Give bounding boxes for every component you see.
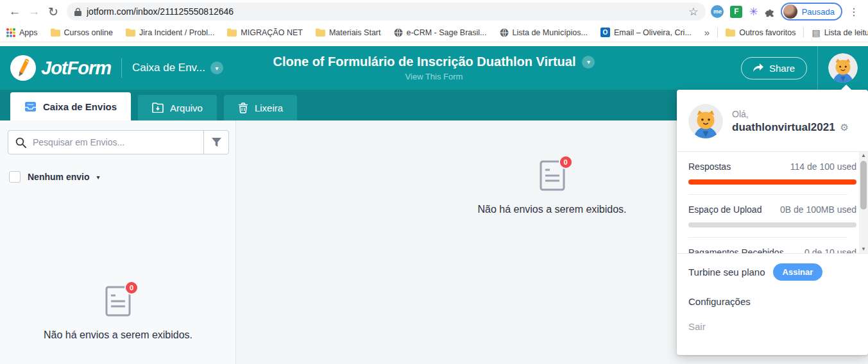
url-text[interactable]: jotform.com/inbox/211125550812646 <box>87 6 688 17</box>
bookmark-item[interactable]: O Email – Oliveira, Cri... <box>600 28 692 37</box>
archive-icon <box>152 103 164 113</box>
bookmark-item[interactable]: Cursos online <box>51 28 113 37</box>
gear-icon[interactable]: ⚙ <box>840 122 849 133</box>
bookmark-star-icon[interactable]: ☆ <box>688 5 698 19</box>
scroll-up-icon[interactable]: ▲ <box>859 152 868 160</box>
menu-item-logout[interactable]: Sair <box>677 314 868 339</box>
extension-flower-icon[interactable]: ✳ <box>749 6 758 17</box>
jotform-pencil-icon <box>10 55 36 81</box>
divider <box>121 58 122 78</box>
page-title: Clone of Formulário de Inscrição Duathlo… <box>273 54 576 69</box>
bookmarks-bar: Apps Cursos online Jira Incident / Probl… <box>0 23 868 42</box>
bookmark-other-favorites[interactable]: Outros favoritos <box>726 28 796 37</box>
address-bar[interactable]: jotform.com/inbox/211125550812646 ☆ <box>67 3 706 21</box>
sidebar-empty-state: 0 Não há envios a serem exibidos. <box>0 286 236 341</box>
browser-toolbar: ← → ↻ jotform.com/inbox/211125550812646 … <box>0 0 868 23</box>
forward-icon[interactable]: → <box>24 2 44 21</box>
bookmark-label: Jira Incident / Probl... <box>139 28 214 37</box>
scroll-down-icon[interactable]: ▼ <box>859 245 868 253</box>
scrollbar-thumb[interactable] <box>860 161 867 210</box>
filter-button[interactable] <box>204 138 228 147</box>
submissions-sidebar: Pesquisar em Envios... Nenhum envio ▾ 0 … <box>0 120 236 364</box>
bookmark-item[interactable]: Jira Incident / Probl... <box>126 28 214 37</box>
divider <box>717 28 718 38</box>
folder-icon <box>316 28 325 37</box>
reload-icon[interactable]: ↻ <box>44 2 63 21</box>
bookmark-item[interactable]: Lista de Municípios... <box>500 28 588 37</box>
browser-profile-chip[interactable]: Pausada <box>781 3 842 21</box>
form-switcher-label: Caixa de Env... <box>132 62 205 74</box>
greeting-text: Olá, <box>732 109 849 119</box>
reading-list-button[interactable]: ▤ Lista de leitura <box>812 28 868 38</box>
divider <box>803 28 804 38</box>
outlook-icon: O <box>600 28 610 37</box>
usage-section: Respostas 114 de 100 used Espaço de Uplo… <box>677 151 868 254</box>
chevron-down-icon[interactable]: ▾ <box>582 56 595 69</box>
globe-icon <box>500 28 509 37</box>
tab-label: Lixeira <box>255 103 283 113</box>
usage-value: 0B de 100MB used <box>780 204 856 215</box>
bookmark-item[interactable]: e-CRM - Sage Brasil... <box>394 28 487 37</box>
bookmark-label: Cursos online <box>64 28 113 37</box>
menu-item-settings[interactable]: Configurações <box>677 289 868 314</box>
inbox-icon <box>24 101 37 112</box>
sync-status-label: Pausada <box>802 7 835 17</box>
tab-label: Arquivo <box>170 103 203 113</box>
brand-name: JotForm <box>41 58 111 79</box>
share-button[interactable]: Share <box>741 57 807 79</box>
tab-caixa-de-envios[interactable]: Caixa de Envios <box>10 92 131 120</box>
account-avatar-large <box>688 104 723 138</box>
back-icon[interactable]: ← <box>5 2 24 21</box>
globe-icon <box>394 28 403 37</box>
divider <box>817 46 818 90</box>
extension-me-icon[interactable]: me <box>711 5 724 18</box>
bookmark-item[interactable]: Materiais Start <box>316 28 381 37</box>
upgrade-label: Turbine seu plano <box>688 267 765 277</box>
empty-message: Não há envios a serem exibidos. <box>0 329 236 341</box>
bookmark-item[interactable]: MIGRAÇÃO NET <box>227 28 303 37</box>
count-badge: 0 <box>124 281 139 295</box>
select-all-checkbox[interactable] <box>9 171 21 183</box>
upgrade-row: Turbine seu plano Assinar <box>677 254 868 289</box>
usage-row-respostas: Respostas 114 de 100 used <box>677 152 859 194</box>
usage-progress-bar <box>688 179 856 185</box>
folder-icon <box>51 28 60 37</box>
usage-label: Pagamentos Recebidos <box>688 247 784 254</box>
account-avatar[interactable] <box>828 53 858 83</box>
select-all-row: Nenhum envio ▾ <box>9 171 235 183</box>
folder-icon <box>227 28 237 37</box>
view-form-link[interactable]: View This Form <box>405 72 463 81</box>
jotform-logo[interactable]: JotForm <box>10 55 111 81</box>
form-switcher[interactable]: Caixa de Env... ▾ <box>132 62 223 74</box>
tab-arquivo[interactable]: Arquivo <box>138 95 217 120</box>
folder-icon <box>126 28 135 37</box>
account-dropdown-panel: Olá, duathlonvirtual2021 ⚙ Respostas 114… <box>677 90 868 355</box>
puzzle-extensions-icon[interactable] <box>765 6 776 17</box>
usage-scrollbar[interactable]: ▲ ▼ <box>859 152 868 253</box>
tab-lixeira[interactable]: Lixeira <box>224 95 297 120</box>
search-box: Pesquisar em Envios... <box>8 130 229 154</box>
extension-f-icon[interactable]: F <box>730 6 742 18</box>
content-area: Pesquisar em Envios... Nenhum envio ▾ 0 … <box>0 120 868 364</box>
apps-grid-icon <box>6 28 15 37</box>
search-input[interactable]: Pesquisar em Envios... <box>33 137 203 147</box>
usage-label: Espaço de Upload <box>688 204 762 215</box>
usage-row-pagamentos: Pagamentos Recebidos 0 de 10 used <box>677 238 859 254</box>
bookmark-apps[interactable]: Apps <box>6 28 38 37</box>
folder-icon <box>726 28 735 37</box>
bookmark-label: Email – Oliveira, Cri... <box>614 28 692 37</box>
subscribe-button[interactable]: Assinar <box>773 263 823 281</box>
reading-list-label: Lista de leitura <box>824 28 868 37</box>
chevron-down-icon[interactable]: ▾ <box>96 174 99 181</box>
browser-menu-icon[interactable]: ⋮ <box>845 6 863 18</box>
search-icon <box>8 137 33 148</box>
bookmark-label: Apps <box>19 28 38 37</box>
bookmarks-overflow-icon[interactable]: » <box>704 27 710 38</box>
bookmark-label: MIGRAÇÃO NET <box>241 28 303 37</box>
extensions-row: me F ✳ <box>711 5 775 18</box>
account-panel-header: Olá, duathlonvirtual2021 ⚙ <box>677 90 868 151</box>
form-title-block: Clone of Formulário de Inscrição Duathlo… <box>0 46 868 90</box>
bookmark-label: e-CRM - Sage Brasil... <box>407 28 487 37</box>
app-header: JotForm Caixa de Env... ▾ Clone of Formu… <box>0 46 868 90</box>
bookmark-label: Lista de Municípios... <box>513 28 588 37</box>
